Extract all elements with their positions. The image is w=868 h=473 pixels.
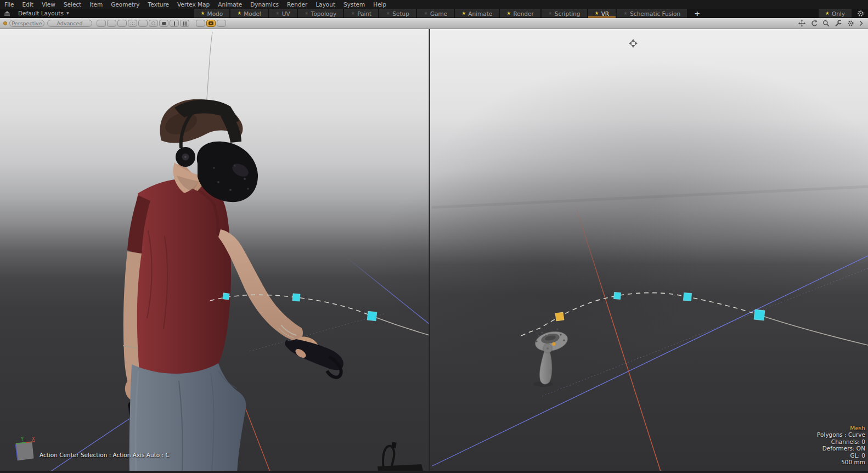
gizmo-x-label: X [32, 437, 35, 442]
star-icon: ★ [424, 11, 428, 16]
menu-texture[interactable]: Texture [148, 1, 169, 8]
tab-render[interactable]: ★Render [500, 9, 540, 18]
tab-topology[interactable]: ★Topology [298, 9, 343, 18]
curve-control-point[interactable] [613, 292, 621, 299]
tab-scripting[interactable]: ★Scripting [542, 9, 587, 18]
shading-mode-button[interactable]: Advanced [47, 20, 92, 27]
menu-animate[interactable]: Animate [218, 1, 242, 8]
camera-icon [208, 21, 213, 25]
curve-control-point[interactable] [223, 293, 229, 300]
viewport-option-button-10[interactable] [196, 20, 205, 27]
tab-model[interactable]: ★Model [230, 9, 268, 18]
layout-tab-bar: Default Layouts ▼ ★Modo ★Model ★UV ★Topo… [0, 9, 868, 18]
tab-game[interactable]: ★Game [417, 9, 454, 18]
menu-dynamics[interactable]: Dynamics [250, 1, 279, 8]
window-bottom-edge [0, 471, 868, 473]
star-icon: ★ [351, 11, 355, 16]
menu-file[interactable]: File [4, 1, 14, 8]
menu-render[interactable]: Render [287, 1, 307, 8]
tab-schematic-fusion[interactable]: ★Schematic Fusion [617, 9, 687, 18]
tab-label: Model [244, 10, 261, 17]
star-icon: ★ [548, 11, 553, 16]
layout-switcher-label: Default Layouts [18, 10, 64, 16]
viewport-option-button-3[interactable] [117, 20, 127, 27]
curve-control-point-selected[interactable] [555, 312, 564, 321]
menu-edit[interactable]: Edit [22, 1, 33, 8]
viewport-toolbar: Perspective Advanced [0, 18, 868, 29]
star-icon: ★ [386, 11, 390, 16]
mesh-info-title: Mesh [817, 425, 865, 431]
tab-label: Animate [468, 10, 492, 17]
menu-vertex-map[interactable]: Vertex Map [177, 1, 210, 8]
tab-vr[interactable]: ★VR [588, 9, 616, 18]
viewport-rotation-dot-icon[interactable] [3, 21, 7, 25]
tab-label: Schematic Fusion [630, 10, 680, 17]
wrench-icon[interactable] [835, 20, 842, 27]
single-bar-icon [174, 21, 175, 26]
star-icon: ★ [275, 11, 280, 16]
rotate-icon[interactable] [810, 20, 818, 27]
menu-help[interactable]: Help [373, 1, 386, 8]
viewport-option-button-5[interactable] [138, 20, 148, 27]
info-line-polygons: Polygons : Curve [817, 431, 865, 438]
tab-only[interactable]: ★Only [819, 9, 852, 18]
grid-dots-icon [130, 22, 135, 25]
info-line-deformers: Deformers: ON [817, 445, 865, 452]
info-line-gl: GL: 0 [817, 452, 865, 459]
3d-viewport[interactable]: Y X [0, 29, 868, 473]
tab-animate[interactable]: ★Animate [455, 9, 499, 18]
star-icon: ★ [623, 11, 628, 16]
menu-geometry[interactable]: Geometry [111, 1, 139, 8]
gear-icon[interactable] [847, 20, 854, 27]
ghost-mode-button[interactable] [159, 20, 168, 27]
view-type-button[interactable]: Perspective [9, 20, 44, 27]
expand-chevron-icon[interactable] [859, 20, 863, 26]
star-icon: ★ [825, 11, 830, 16]
viewport-nav-icons [798, 20, 863, 27]
curve-control-point[interactable] [754, 309, 765, 320]
chevron-down-icon: ▼ [66, 12, 69, 15]
viewport-option-button-1[interactable] [97, 20, 106, 27]
viewport-option-button-2[interactable] [107, 20, 116, 27]
tab-label: Setup [392, 10, 409, 17]
menu-system[interactable]: System [343, 1, 365, 8]
add-tab-button[interactable]: + [688, 9, 706, 18]
pan-icon[interactable] [798, 20, 805, 27]
viewport-option-button-12[interactable] [217, 20, 226, 27]
menu-item[interactable]: Item [89, 1, 103, 8]
menu-view[interactable]: View [42, 1, 55, 8]
zoom-icon[interactable] [822, 20, 830, 27]
star-icon: ★ [595, 11, 599, 16]
layout-eject-icon[interactable] [4, 9, 10, 18]
tabbar-spacer [707, 9, 819, 18]
info-line-channels: Channels: 0 [817, 438, 865, 445]
star-icon: ★ [201, 11, 205, 16]
tab-paint[interactable]: ★Paint [344, 9, 378, 18]
curve-control-point[interactable] [684, 293, 692, 301]
single-pane-button[interactable] [170, 20, 179, 27]
double-bar-icon [183, 21, 187, 26]
star-icon: ★ [305, 11, 309, 16]
circle-option-button[interactable] [149, 20, 158, 27]
grid-toggle-button[interactable] [128, 20, 137, 27]
tab-label: Scripting [555, 10, 580, 17]
mask-icon [162, 22, 166, 25]
tabbar-gear-icon[interactable] [857, 9, 864, 18]
split-pane-button[interactable] [180, 20, 189, 27]
mesh-info-panel: Mesh Polygons : Curve Channels: 0 Deform… [817, 425, 865, 465]
tab-modo[interactable]: ★Modo [194, 9, 230, 18]
menu-layout[interactable]: Layout [315, 1, 335, 8]
tab-uv[interactable]: ★UV [269, 9, 297, 18]
curve-control-point[interactable] [367, 311, 377, 321]
tab-label: UV [282, 10, 290, 17]
viewport-split-line[interactable] [429, 29, 431, 473]
menu-select[interactable]: Select [64, 1, 81, 8]
curve-control-point[interactable] [292, 294, 300, 301]
viewport-option-group-1 [97, 20, 190, 27]
tab-label: Paint [357, 10, 371, 17]
star-icon: ★ [506, 11, 511, 16]
camera-view-button-active[interactable] [206, 20, 216, 27]
tab-setup[interactable]: ★Setup [379, 9, 416, 18]
layout-tabs: ★Modo ★Model ★UV ★Topology ★Paint ★Setup… [194, 9, 708, 18]
layout-switcher[interactable]: Default Layouts ▼ [18, 9, 69, 18]
